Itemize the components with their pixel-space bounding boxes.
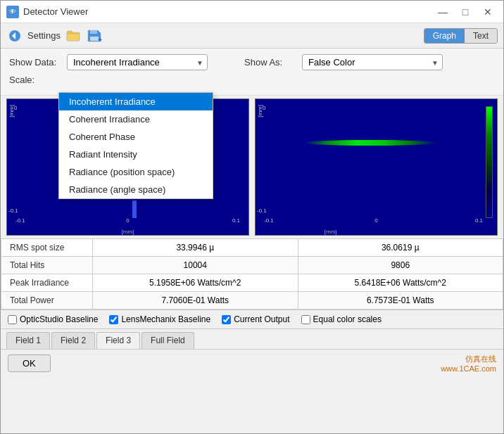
right-x-tick-1: 0 [374, 217, 377, 224]
dropdown-item-1[interactable]: Coherent Irradiance [59, 110, 213, 128]
left-graph-bar [132, 200, 137, 218]
scale-line: Scale: [9, 75, 495, 85]
controls-row: Show Data: Incoherent Irradiance Coheren… [1, 49, 503, 96]
table-row: RMS spot size 33.9946 µ 36.0619 µ [1, 239, 503, 257]
color-bar [486, 106, 493, 218]
left-x-tick-0: -0.1 [15, 217, 25, 224]
dropdown-item-2[interactable]: Coherent Phase [59, 128, 213, 146]
tab-bar: Field 1 Field 2 Field 3 Full Field [1, 328, 503, 349]
show-as-label: Show As: [244, 57, 294, 68]
dropdown-menu: Incoherent Irradiance Coherent Irradianc… [58, 92, 213, 199]
text-view-button[interactable]: Text [465, 29, 497, 43]
table-row: Peak Irradiance 5.1958E+06 Watts/cm^2 5.… [1, 274, 503, 292]
equal-color-scales-label: Equal color scales [313, 314, 382, 324]
right-y-tick-0: 0 [263, 105, 265, 111]
left-y-tick-1: -0.1 [8, 208, 18, 214]
show-data-dropdown-wrapper: Incoherent Irradiance Coherent Irradianc… [67, 54, 208, 70]
right-y-tick-1: -0.1 [257, 208, 267, 214]
settings-label: Settings [27, 30, 61, 41]
table-row: Total Hits 10004 9806 [1, 257, 503, 274]
bottom-controls: OpticStudio Baseline LensMechanix Baseli… [1, 309, 503, 328]
save-button[interactable]: + [86, 27, 103, 44]
footer: OK 仿真在线 www.1CAE.com [1, 349, 503, 377]
dropdown-item-0[interactable]: Incoherent Irradiance [59, 93, 213, 110]
opticstudio-baseline-checkbox[interactable]: OpticStudio Baseline [8, 314, 98, 324]
stat-col1-3: 7.7060E-01 Watts [93, 292, 298, 309]
current-output-label: Current Output [234, 314, 289, 324]
dropdown-item-4[interactable]: Radiance (position space) [59, 163, 213, 181]
table-row: Total Power 7.7060E-01 Watts 6.7573E-01 … [1, 292, 503, 309]
right-x-axis-label: [mm] [325, 229, 429, 235]
equal-color-scales-input[interactable] [301, 315, 310, 324]
dropdown-item-5[interactable]: Radiance (angle space) [59, 181, 213, 198]
tab-full-field[interactable]: Full Field [141, 332, 194, 349]
left-x-axis-label: [mm] [122, 229, 134, 235]
stat-label-0: RMS spot size [1, 239, 93, 257]
tab-field2[interactable]: Field 2 [51, 332, 95, 349]
toolbar: Settings + Graph Text [1, 23, 503, 49]
current-output-checkbox[interactable]: Current Output [222, 314, 289, 324]
stat-col1-2: 5.1958E+06 Watts/cm^2 [93, 274, 298, 292]
stat-col2-1: 9806 [298, 257, 503, 274]
opticstudio-baseline-label: OpticStudio Baseline [20, 314, 98, 324]
show-data-select[interactable]: Incoherent Irradiance Coherent Irradianc… [67, 54, 208, 70]
stat-col2-0: 36.0619 µ [298, 239, 503, 257]
show-as-dropdown-wrapper: False Color Grayscale Inverted Grayscale… [302, 54, 443, 70]
watermark: 仿真在线 www.1CAE.com [441, 354, 496, 373]
stat-label-1: Total Hits [1, 257, 93, 274]
stats-table: RMS spot size 33.9946 µ 36.0619 µ Total … [1, 238, 503, 309]
watermark-line2: www.1CAE.com [441, 364, 496, 373]
app-icon: 👁 [6, 6, 19, 18]
lensmechanix-baseline-label: LensMechanix Baseline [121, 314, 210, 324]
dropdown-item-3[interactable]: Radiant Intensity [59, 146, 213, 163]
close-button[interactable]: ✕ [478, 4, 498, 20]
lensmechanix-baseline-input[interactable] [109, 315, 118, 324]
right-graph-beam [304, 140, 437, 146]
toolbar-left: Settings + [6, 27, 103, 44]
stat-col1-1: 10004 [93, 257, 298, 274]
left-x-tick-2: 0.1 [232, 217, 240, 224]
stat-label-3: Total Power [1, 292, 93, 309]
show-data-label: Show Data: [9, 57, 58, 68]
stat-label-2: Peak Irradiance [1, 274, 93, 292]
left-y-tick-0: 0 [14, 105, 17, 111]
equal-color-scales-checkbox[interactable]: Equal color scales [301, 314, 382, 324]
maximize-button[interactable]: □ [455, 4, 475, 20]
tab-field3[interactable]: Field 3 [96, 332, 140, 349]
right-x-tick-0: -0.1 [264, 217, 274, 224]
lensmechanix-baseline-checkbox[interactable]: LensMechanix Baseline [109, 314, 210, 324]
svg-rect-2 [90, 30, 97, 34]
scale-label: Scale: [9, 75, 58, 85]
stat-col2-2: 5.6418E+06 Watts/cm^2 [298, 274, 503, 292]
right-x-tick-2: 0.1 [475, 217, 483, 224]
right-graph: [mm] 0 -0.1 -0.1 0 0.1 [mm] [255, 98, 498, 236]
back-button[interactable] [6, 27, 23, 44]
window-title: Detector Viewer [23, 6, 433, 17]
show-as-select[interactable]: False Color Grayscale Inverted Grayscale [302, 54, 443, 70]
window-controls: — □ ✕ [433, 4, 498, 20]
ok-button[interactable]: OK [8, 355, 51, 372]
left-x-tick-1: 0 [126, 217, 129, 224]
main-window: 👁 Detector Viewer — □ ✕ Settings [0, 0, 504, 434]
view-toggle: Graph Text [424, 28, 498, 44]
opticstudio-baseline-input[interactable] [8, 315, 17, 324]
current-output-input[interactable] [222, 315, 231, 324]
right-graph-container: [mm] 0 -0.1 -0.1 0 0.1 [mm] [255, 98, 498, 236]
graph-view-button[interactable]: Graph [424, 29, 465, 43]
stat-col1-0: 33.9946 µ [93, 239, 298, 257]
minimize-button[interactable]: — [433, 4, 453, 20]
title-bar: 👁 Detector Viewer — □ ✕ [1, 1, 503, 23]
show-data-line: Show Data: Incoherent Irradiance Coheren… [9, 54, 495, 70]
stat-col2-3: 6.7573E-01 Watts [298, 292, 503, 309]
back-icon [8, 30, 21, 42]
folder-icon [66, 30, 80, 42]
open-folder-button[interactable] [65, 27, 82, 44]
watermark-line1: 仿真在线 [441, 354, 496, 364]
tab-field1[interactable]: Field 1 [6, 332, 50, 349]
